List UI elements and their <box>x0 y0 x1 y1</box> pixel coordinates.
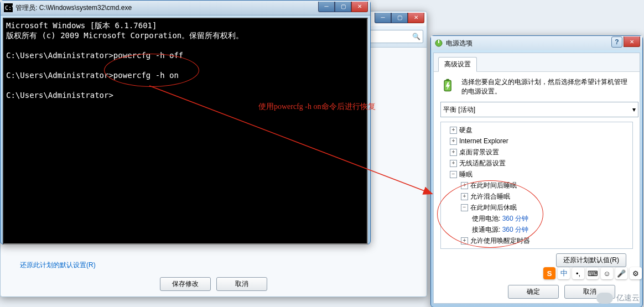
tab-advanced-settings[interactable]: 高级设置 <box>438 57 477 72</box>
power-options-window: 电源选项 ? ✕ 高级设置 选择您要自定义的电源计划，然后选择您希望计算机管理的… <box>430 35 643 307</box>
ime-punct-icon[interactable]: •, <box>572 267 584 279</box>
ime-mode-icon[interactable]: 中 <box>558 267 570 279</box>
svg-rect-5 <box>446 79 449 81</box>
power-plan-selected: 平衡 [活动] <box>443 105 475 115</box>
bg-minimize-button[interactable]: ─ <box>375 13 391 23</box>
cloud-icon <box>596 293 613 304</box>
annotation-ellipse-power <box>437 180 543 248</box>
power-help-button[interactable]: ? <box>611 37 622 48</box>
tree-node-wireless[interactable]: +无线适配器设置 <box>442 158 631 169</box>
search-icon: 🔍 <box>412 33 420 40</box>
power-title-text: 电源选项 <box>446 39 611 48</box>
restore-plan-defaults-link[interactable]: 还原此计划的默认设置(R) <box>20 261 96 270</box>
svg-rect-3 <box>438 40 439 43</box>
watermark: 亿速云 <box>596 293 640 304</box>
power-ok-button[interactable]: 确定 <box>508 285 559 299</box>
watermark-text: 亿速云 <box>616 293 640 303</box>
power-tabstrip: 高级设置 <box>434 53 640 72</box>
ime-emoji-icon[interactable]: ☺ <box>601 267 613 279</box>
power-close-button[interactable]: ✕ <box>624 37 640 47</box>
ime-sogou-icon[interactable]: S <box>543 267 555 279</box>
annotation-ellipse-cmd <box>104 54 199 87</box>
cmd-window: C:\ 管理员: C:\Windows\system32\cmd.exe ─ ▢… <box>0 0 371 244</box>
power-body: 高级设置 选择您要自定义的电源计划，然后选择您希望计算机管理的电源设置。 平衡 … <box>433 53 640 304</box>
tree-node-harddisk[interactable]: +硬盘 <box>442 124 631 136</box>
bg-close-button[interactable]: ✕ <box>408 13 424 23</box>
cmd-minimize-button[interactable]: ─ <box>318 2 335 12</box>
battery-icon <box>440 77 456 93</box>
restore-plan-defaults-button[interactable]: 还原计划默认值(R) <box>556 253 626 267</box>
power-info-text: 选择您要自定义的电源计划，然后选择您希望计算机管理的电源设置。 <box>461 77 633 96</box>
ime-settings-icon[interactable]: ⚙ <box>630 267 642 279</box>
tree-node-ie[interactable]: +Internet Explorer <box>442 136 631 147</box>
cmd-icon: C:\ <box>4 3 13 12</box>
ime-keyboard-icon[interactable]: ⌨ <box>586 267 599 279</box>
power-titlebar: 电源选项 ? ✕ <box>431 36 642 50</box>
ime-mic-icon[interactable]: 🎤 <box>615 267 627 279</box>
cancel-button[interactable]: 取消 <box>216 277 267 291</box>
tree-node-desktop-bg[interactable]: +桌面背景设置 <box>442 147 631 158</box>
power-plan-select[interactable]: 平衡 [活动] ▾ <box>440 102 638 117</box>
cmd-maximize-button[interactable]: ▢ <box>335 2 351 12</box>
tree-node-sleep[interactable]: −睡眠 <box>442 169 631 180</box>
save-changes-button[interactable]: 保存修改 <box>160 277 211 291</box>
cmd-terminal[interactable]: Microsoft Windows [版本 6.1.7601] 版权所有 (c)… <box>3 18 368 244</box>
chevron-down-icon: ▾ <box>632 106 636 113</box>
background-button-row: 保存修改 取消 <box>1 277 427 291</box>
bg-maximize-button[interactable]: ▢ <box>391 13 408 23</box>
svg-text:C:\: C:\ <box>5 5 13 11</box>
cmd-title-text: 管理员: C:\Windows\system32\cmd.exe <box>15 3 318 13</box>
annotation-text: 使用powercfg -h on命令后进行恢复 <box>258 102 376 112</box>
ime-toolbar: S 中 •, ⌨ ☺ 🎤 ⚙ <box>543 267 642 279</box>
cmd-close-button[interactable]: ✕ <box>351 2 368 12</box>
power-icon <box>434 39 443 48</box>
cmd-titlebar: C:\ 管理员: C:\Windows\system32\cmd.exe ─ ▢… <box>1 1 370 15</box>
